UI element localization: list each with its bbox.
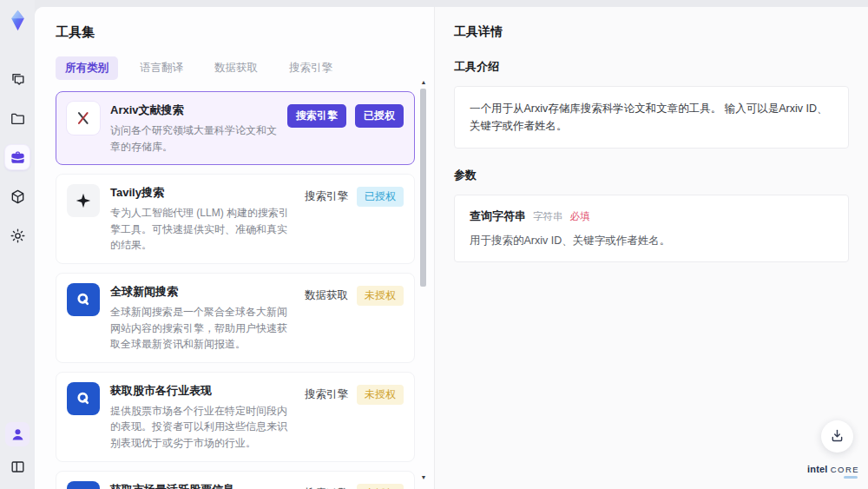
q-logo-icon xyxy=(67,382,100,415)
intro-text: 一个用于从Arxiv存储库搜索科学论文和文章的工具。 输入可以是Arxiv ID… xyxy=(470,100,833,135)
chat-icon xyxy=(10,71,26,88)
sidebar-item-split-panel[interactable] xyxy=(5,454,30,479)
tool-name: 获取股市各行业表现 xyxy=(110,383,294,399)
brand-core: CORE xyxy=(831,465,859,474)
category-tab-3[interactable]: 搜索引擎 xyxy=(279,56,342,80)
tool-card[interactable]: 全球新闻搜索 全球新闻搜索是一个聚合全球各大新闻网站内容的搜索引擎，帮助用户快速… xyxy=(56,273,415,363)
tools-panel: 工具集 所有类别语言翻译数据获取搜索引擎 Arxiv文献搜索 访问各个研究领域大… xyxy=(35,7,434,489)
sidebar-item-folder[interactable] xyxy=(5,106,30,130)
rail-nav-bottom xyxy=(5,422,30,479)
gear-icon xyxy=(10,228,26,244)
download-button[interactable] xyxy=(821,420,853,453)
sidebar-item-cube[interactable] xyxy=(5,184,30,208)
auth-status-badge[interactable]: 已授权 xyxy=(355,104,404,128)
sparkle-icon xyxy=(67,184,100,217)
category-tab-2[interactable]: 数据获取 xyxy=(205,56,267,80)
param-description: 用于搜索的Arxiv ID、关键字或作者姓名。 xyxy=(470,234,833,248)
split-panel-icon xyxy=(10,459,26,475)
tool-card[interactable]: 获取市场最活跃股票信息 提供当天交易量最高的股票列表，投资者可以利用这些信息来识… xyxy=(56,471,415,489)
auth-status-badge: 未授权 xyxy=(357,286,404,306)
tool-category-badge: 搜索引擎 xyxy=(305,486,348,489)
tool-description: 全球新闻搜索是一个聚合全球各大新闻网站内容的搜索引擎，帮助用户快速获取全球最新资… xyxy=(110,304,294,353)
tool-category-badge: 搜索引擎 xyxy=(305,387,348,402)
sidebar-item-user[interactable] xyxy=(5,422,30,446)
tool-description: 提供股票市场各个行业在特定时间段内的表现。投资者可以利用这些信息来识别表现优于或… xyxy=(110,403,294,452)
tool-category-badge: 搜索引擎 xyxy=(305,189,348,204)
scroll-down-icon[interactable]: ▼ xyxy=(419,473,428,482)
tool-meta: 数据获取未授权 xyxy=(305,283,404,306)
tool-name: 全球新闻搜索 xyxy=(110,284,294,300)
category-tab-0[interactable]: 所有类别 xyxy=(56,56,118,80)
arxiv-x-icon xyxy=(67,102,100,135)
main-content: 工具集 所有类别语言翻译数据获取搜索引擎 Arxiv文献搜索 访问各个研究领域大… xyxy=(35,7,868,489)
left-rail xyxy=(0,0,35,489)
tool-name: Arxiv文献搜索 xyxy=(110,102,277,118)
tool-category-badge: 数据获取 xyxy=(305,288,348,303)
brand-intel: intel xyxy=(807,464,828,474)
params-heading: 参数 xyxy=(454,168,849,183)
tool-card[interactable]: Tavily搜索 专为人工智能代理 (LLM) 构建的搜索引擎工具。可快速提供实… xyxy=(56,174,415,264)
tool-card[interactable]: 获取股市各行业表现 提供股票市场各个行业在特定时间段内的表现。投资者可以利用这些… xyxy=(56,372,415,462)
tool-name: 获取市场最活跃股票信息 xyxy=(110,482,294,489)
brand-accent xyxy=(844,476,858,479)
tool-category-badge[interactable]: 搜索引擎 xyxy=(287,104,346,128)
tool-card[interactable]: Arxiv文献搜索 访问各个研究领域大量科学论文和文章的存储库。 搜索引擎已授权 xyxy=(56,91,415,165)
auth-status-badge: 未授权 xyxy=(357,385,404,405)
q-logo-icon xyxy=(67,283,100,316)
intel-core-logo: intelCORE xyxy=(807,464,858,479)
q-logo-icon xyxy=(67,481,100,489)
download-icon xyxy=(829,427,845,446)
tool-meta: 搜索引擎已授权 xyxy=(287,102,404,128)
tool-description: 访问各个研究领域大量科学论文和文章的存储库。 xyxy=(110,122,277,155)
app-logo-icon xyxy=(6,9,30,32)
rail-nav xyxy=(5,67,30,248)
tool-meta: 搜索引擎已授权 xyxy=(305,184,404,207)
param-type: 字符串 xyxy=(533,210,563,223)
user-icon xyxy=(10,426,26,443)
param-name: 查询字符串 xyxy=(470,208,526,224)
list-scrollbar[interactable]: ▲ ▼ xyxy=(419,82,428,482)
auth-status-badge: 未授权 xyxy=(357,484,404,489)
app-window: 工具集 所有类别语言翻译数据获取搜索引擎 Arxiv文献搜索 访问各个研究领域大… xyxy=(0,0,868,489)
auth-status-badge: 已授权 xyxy=(357,187,404,207)
sidebar-item-gear[interactable] xyxy=(5,223,30,248)
intro-heading: 工具介绍 xyxy=(454,59,849,75)
toolbox-icon xyxy=(10,149,26,166)
param-list: 查询字符串 字符串 必填 用于搜索的Arxiv ID、关键字或作者姓名。 xyxy=(454,195,849,262)
cube-icon xyxy=(10,188,26,205)
scrollbar-thumb[interactable] xyxy=(420,89,426,287)
sidebar-item-chat[interactable] xyxy=(5,67,30,91)
tool-description: 专为人工智能代理 (LLM) 构建的搜索引擎工具。可快速提供实时、准确和真实的结… xyxy=(110,205,294,254)
page-title: 工具集 xyxy=(56,24,434,41)
folder-icon xyxy=(10,110,26,127)
scroll-up-icon[interactable]: ▲ xyxy=(419,78,428,87)
tool-name: Tavily搜索 xyxy=(110,185,294,201)
param-card: 查询字符串 字符串 必填 用于搜索的Arxiv ID、关键字或作者姓名。 xyxy=(454,195,849,262)
tool-list: Arxiv文献搜索 访问各个研究领域大量科学论文和文章的存储库。 搜索引擎已授权… xyxy=(56,91,434,489)
tool-meta: 搜索引擎未授权 xyxy=(305,481,404,489)
details-title: 工具详情 xyxy=(454,24,849,40)
details-panel: 工具详情 工具介绍 一个用于从Arxiv存储库搜索科学论文和文章的工具。 输入可… xyxy=(434,7,868,489)
category-tab-1[interactable]: 语言翻译 xyxy=(130,56,193,80)
sidebar-item-toolbox[interactable] xyxy=(5,145,30,169)
param-required-badge: 必填 xyxy=(570,210,590,223)
intro-card: 一个用于从Arxiv存储库搜索科学论文和文章的工具。 输入可以是Arxiv ID… xyxy=(454,86,849,149)
category-tabs: 所有类别语言翻译数据获取搜索引擎 xyxy=(56,56,434,80)
tool-meta: 搜索引擎未授权 xyxy=(305,382,404,405)
